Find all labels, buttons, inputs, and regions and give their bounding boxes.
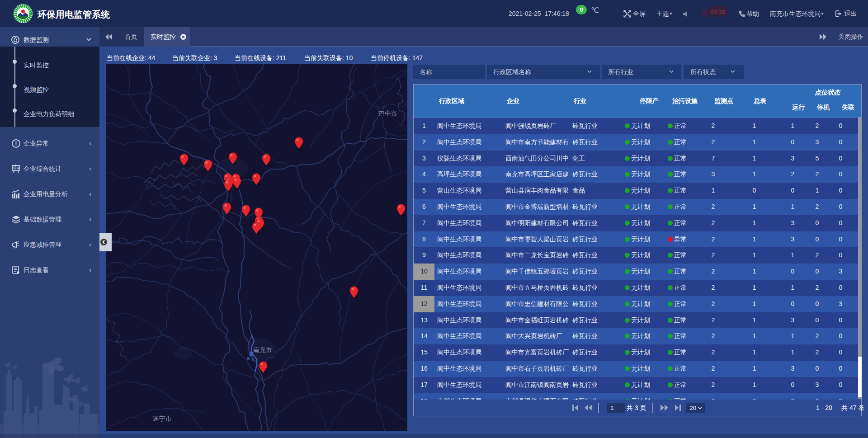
- svg-text:巴中市: 巴中市: [378, 110, 397, 117]
- svg-text:南充市: 南充市: [253, 346, 272, 353]
- svg-text:遂宁市: 遂宁市: [153, 415, 172, 422]
